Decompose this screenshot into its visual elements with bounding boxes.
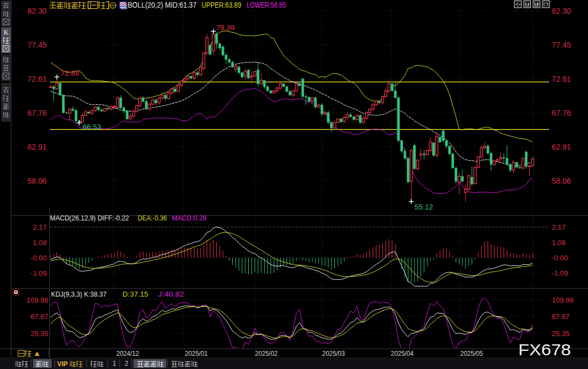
svg-text:2025/01: 2025/01 (185, 349, 208, 357)
svg-text:-1.09: -1.09 (30, 269, 47, 277)
svg-text:109.98: 109.98 (552, 296, 574, 304)
svg-text:2025/04: 2025/04 (391, 349, 414, 357)
svg-text:UPPER:63.89: UPPER:63.89 (201, 1, 242, 9)
svg-text:66.53: 66.53 (82, 123, 101, 131)
svg-text:82.30: 82.30 (552, 7, 571, 15)
svg-text:2.17: 2.17 (552, 223, 565, 231)
svg-text:72.61: 72.61 (27, 75, 47, 83)
svg-text:2: 2 (125, 360, 128, 367)
svg-text:25.35: 25.35 (552, 330, 570, 338)
svg-text:LOWER:58.85: LOWER:58.85 (247, 1, 286, 9)
svg-text:VIP: VIP (57, 360, 68, 368)
svg-text:2025/05: 2025/05 (460, 349, 483, 357)
svg-text:-0.00: -0.00 (552, 254, 568, 262)
svg-text:BOLL(20,2) MID:61.37: BOLL(20,2) MID:61.37 (128, 1, 197, 9)
svg-text:MACD:0.28: MACD:0.28 (172, 214, 206, 222)
svg-text:2025/02: 2025/02 (255, 349, 278, 357)
svg-text:79.39: 79.39 (216, 24, 235, 32)
svg-text:J:40.82: J:40.82 (158, 290, 184, 298)
svg-text:62.91: 62.91 (27, 143, 47, 151)
svg-text:2025/03: 2025/03 (322, 349, 345, 357)
svg-text:2024/12: 2024/12 (116, 349, 139, 357)
svg-text:67.76: 67.76 (27, 109, 47, 117)
svg-text:KDJ(9,3,3) K:38.37: KDJ(9,3,3) K:38.37 (51, 290, 107, 298)
svg-text:DEA:-0.36: DEA:-0.36 (138, 214, 167, 222)
svg-text:82.30: 82.30 (27, 7, 47, 15)
svg-text:-1.09: -1.09 (552, 269, 568, 277)
svg-text:2.17: 2.17 (33, 223, 47, 231)
svg-text:72.61: 72.61 (552, 75, 571, 83)
svg-text:109.98: 109.98 (26, 296, 48, 304)
svg-text:1: 1 (113, 360, 116, 367)
svg-text:MACD(26,12,9) DIFF:-0.22: MACD(26,12,9) DIFF:-0.22 (50, 214, 129, 222)
svg-text:72.88: 72.88 (61, 69, 80, 77)
svg-text:77.45: 77.45 (27, 41, 47, 49)
svg-text:25.35: 25.35 (30, 330, 48, 338)
svg-text:58.06: 58.06 (27, 177, 47, 185)
svg-text:1.08: 1.08 (33, 239, 47, 247)
svg-text:62.91: 62.91 (552, 143, 571, 151)
svg-text:D:37.15: D:37.15 (122, 290, 148, 298)
svg-text:67.67: 67.67 (30, 313, 48, 321)
svg-text:58.06: 58.06 (552, 177, 571, 185)
svg-text:67.67: 67.67 (552, 313, 570, 321)
svg-text:-0.00: -0.00 (30, 254, 47, 262)
svg-text:67.76: 67.76 (552, 109, 571, 117)
svg-text:FX678: FX678 (518, 340, 571, 359)
svg-text:77.45: 77.45 (552, 41, 571, 49)
svg-text:K: K (4, 29, 9, 36)
svg-text:1.08: 1.08 (552, 239, 565, 247)
svg-text:55.12: 55.12 (415, 203, 433, 211)
